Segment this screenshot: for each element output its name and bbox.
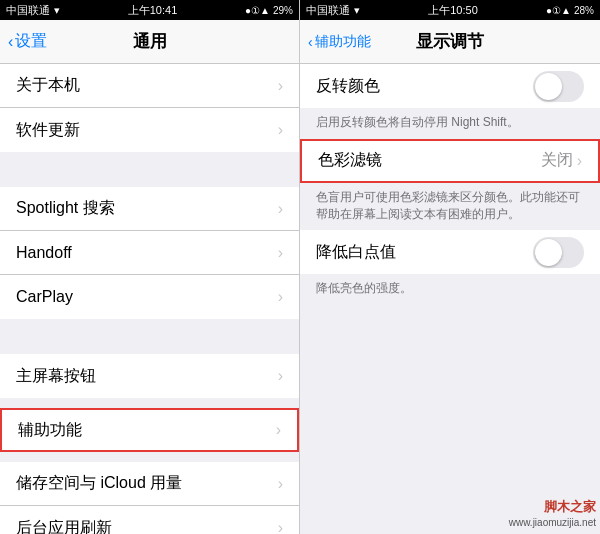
- left-row-storage-chevron-icon: ›: [278, 475, 283, 493]
- right-row-reduce-white-point-label: 降低白点值: [316, 242, 533, 263]
- right-group-3: 降低白点值: [300, 230, 600, 274]
- left-row-software-update[interactable]: 软件更新 ›: [0, 108, 299, 152]
- right-nav-title: 显示调节: [416, 30, 484, 53]
- right-status-right: ●①▲ 28%: [546, 5, 594, 16]
- left-nav-back-button[interactable]: ‹ 设置: [8, 31, 47, 52]
- left-signal-icon: ●①▲: [245, 5, 270, 16]
- left-row-software-update-label: 软件更新: [16, 120, 278, 141]
- right-nav-back-button[interactable]: ‹ 辅助功能: [308, 33, 371, 51]
- left-status-left: 中国联通 ▾: [6, 3, 60, 18]
- left-separator-4: [0, 452, 299, 462]
- left-row-handoff[interactable]: Handoff ›: [0, 231, 299, 275]
- right-row-invert-toggle[interactable]: [533, 71, 584, 102]
- right-reduce-white-desc: 降低亮色的强度。: [300, 274, 600, 305]
- left-row-accessibility-label: 辅助功能: [18, 420, 276, 441]
- left-settings-list: 关于本机 › 软件更新 › Spotlight 搜索 › Handoff › C…: [0, 64, 299, 534]
- right-row-invert-colors[interactable]: 反转颜色: [300, 64, 600, 108]
- left-row-background-refresh[interactable]: 后台应用刷新 ›: [0, 506, 299, 534]
- right-nav-bar: ‹ 辅助功能 显示调节: [300, 20, 600, 64]
- left-row-background-refresh-chevron-icon: ›: [278, 519, 283, 534]
- left-row-home-button-label: 主屏幕按钮: [16, 366, 278, 387]
- right-row-reduce-white-toggle[interactable]: [533, 237, 584, 268]
- right-status-bar: 中国联通 ▾ 上午10:50 ●①▲ 28%: [300, 0, 600, 20]
- right-color-filter-desc: 色盲用户可使用色彩滤镜来区分颜色。此功能还可帮助在屏幕上阅读文本有困难的用户。: [300, 183, 600, 231]
- left-group-5: 储存空间与 iCloud 用量 › 后台应用刷新 ›: [0, 462, 299, 534]
- right-row-reduce-white-toggle-knob: [535, 239, 562, 266]
- right-invert-desc: 启用反转颜色将自动停用 Night Shift。: [300, 108, 600, 139]
- left-row-background-refresh-label: 后台应用刷新: [16, 518, 278, 535]
- left-row-carplay-chevron-icon: ›: [278, 288, 283, 306]
- left-row-accessibility[interactable]: 辅助功能 ›: [0, 408, 299, 452]
- left-group-1: 关于本机 › 软件更新 ›: [0, 64, 299, 152]
- right-carrier: 中国联通: [306, 3, 350, 18]
- right-row-color-filter-value: 关闭: [541, 150, 573, 171]
- left-group-4: 辅助功能 ›: [0, 408, 299, 452]
- left-row-about-chevron-icon: ›: [278, 77, 283, 95]
- right-signal-icon: ●①▲: [546, 5, 571, 16]
- left-row-software-update-chevron-icon: ›: [278, 121, 283, 139]
- left-separator-2: [0, 319, 299, 354]
- left-row-spotlight-label: Spotlight 搜索: [16, 198, 278, 219]
- right-row-reduce-white-point[interactable]: 降低白点值: [300, 230, 600, 274]
- right-row-invert-colors-label: 反转颜色: [316, 76, 533, 97]
- right-settings-list: 反转颜色 启用反转颜色将自动停用 Night Shift。 色彩滤镜 关闭 › …: [300, 64, 600, 534]
- left-battery: 29%: [273, 5, 293, 16]
- left-wifi-icon: ▾: [54, 4, 60, 17]
- left-row-spotlight-chevron-icon: ›: [278, 200, 283, 218]
- left-time: 上午10:41: [128, 3, 178, 18]
- left-row-about-label: 关于本机: [16, 75, 278, 96]
- left-row-carplay[interactable]: CarPlay ›: [0, 275, 299, 319]
- right-group-2: 色彩滤镜 关闭 ›: [300, 139, 600, 183]
- right-row-color-filter[interactable]: 色彩滤镜 关闭 ›: [300, 139, 600, 183]
- left-row-accessibility-chevron-icon: ›: [276, 421, 281, 439]
- right-status-left: 中国联通 ▾: [306, 3, 360, 18]
- right-battery: 28%: [574, 5, 594, 16]
- left-status-bar: 中国联通 ▾ 上午10:41 ●①▲ 29%: [0, 0, 299, 20]
- left-row-handoff-chevron-icon: ›: [278, 244, 283, 262]
- right-panel: 中国联通 ▾ 上午10:50 ●①▲ 28% ‹ 辅助功能 显示调节 反转颜色 …: [300, 0, 600, 534]
- right-time: 上午10:50: [428, 3, 478, 18]
- left-row-home-button-chevron-icon: ›: [278, 367, 283, 385]
- right-row-invert-toggle-knob: [535, 73, 562, 100]
- left-row-carplay-label: CarPlay: [16, 288, 278, 306]
- left-row-storage-label: 储存空间与 iCloud 用量: [16, 473, 278, 494]
- left-carrier: 中国联通: [6, 3, 50, 18]
- right-back-chevron-icon: ‹: [308, 34, 313, 50]
- right-row-color-filter-label: 色彩滤镜: [318, 150, 541, 171]
- left-back-chevron-icon: ‹: [8, 33, 13, 51]
- left-status-right: ●①▲ 29%: [245, 5, 293, 16]
- left-separator-1: [0, 152, 299, 187]
- right-wifi-icon: ▾: [354, 4, 360, 17]
- left-row-handoff-label: Handoff: [16, 244, 278, 262]
- left-group-3: 主屏幕按钮 ›: [0, 354, 299, 398]
- left-separator-3: [0, 398, 299, 408]
- right-group-1: 反转颜色: [300, 64, 600, 108]
- left-nav-title: 通用: [133, 30, 167, 53]
- left-row-home-button[interactable]: 主屏幕按钮 ›: [0, 354, 299, 398]
- left-nav-back-label: 设置: [15, 31, 47, 52]
- right-nav-back-label: 辅助功能: [315, 33, 371, 51]
- right-row-color-filter-chevron-icon: ›: [577, 152, 582, 170]
- left-group-2: Spotlight 搜索 › Handoff › CarPlay ›: [0, 187, 299, 319]
- left-panel: 中国联通 ▾ 上午10:41 ●①▲ 29% ‹ 设置 通用 关于本机 › 软件…: [0, 0, 300, 534]
- left-row-storage[interactable]: 储存空间与 iCloud 用量 ›: [0, 462, 299, 506]
- left-row-about[interactable]: 关于本机 ›: [0, 64, 299, 108]
- left-nav-bar: ‹ 设置 通用: [0, 20, 299, 64]
- left-row-spotlight[interactable]: Spotlight 搜索 ›: [0, 187, 299, 231]
